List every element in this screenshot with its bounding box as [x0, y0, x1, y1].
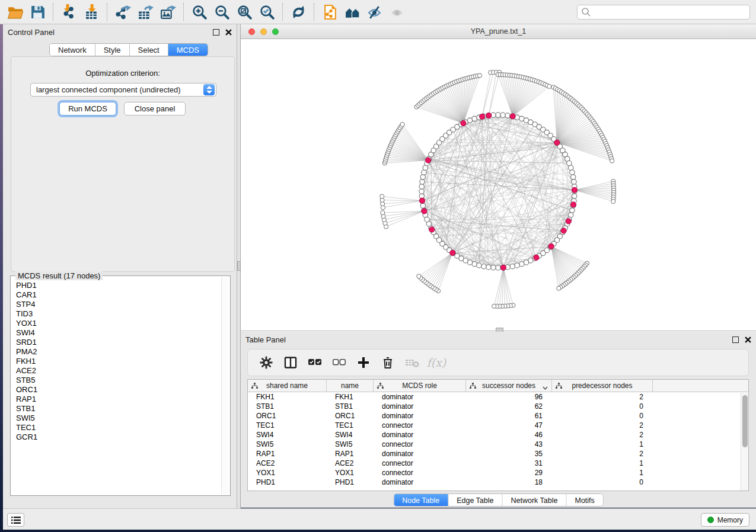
mcds-result-item[interactable]: PHD1	[16, 281, 221, 290]
save-session-icon[interactable]	[26, 2, 49, 22]
table-row[interactable]: STB1STB1dominator620	[248, 402, 748, 411]
graph-node[interactable]	[570, 170, 575, 175]
graph-node[interactable]	[500, 113, 505, 117]
cell[interactable]: ORC1	[248, 411, 327, 421]
search-input[interactable]	[577, 5, 750, 20]
graph-node[interactable]	[510, 114, 515, 119]
mcds-result-item[interactable]: SRD1	[16, 338, 221, 347]
cell[interactable]: connector	[374, 421, 466, 430]
table-row[interactable]: SWI5SWI5connector431	[248, 440, 748, 449]
mcds-result-item[interactable]: YOX1	[16, 319, 221, 328]
first-neighbors-icon[interactable]	[341, 2, 363, 22]
view-mode-button[interactable]	[7, 513, 24, 527]
graph-node[interactable]	[477, 263, 481, 268]
mcds-result-item[interactable]: TEC1	[16, 423, 221, 432]
graph-node[interactable]	[420, 180, 425, 184]
graph-node[interactable]	[486, 113, 492, 118]
zoom-selected-icon[interactable]	[256, 2, 278, 22]
column-header-predecessor-nodes[interactable]: predecessor nodes	[552, 380, 653, 392]
table-scrollbar-thumb[interactable]	[742, 395, 748, 447]
cell[interactable]: PHD1	[248, 477, 327, 487]
graph-node[interactable]	[572, 180, 576, 184]
cell[interactable]: 18	[466, 477, 552, 487]
cell[interactable]: 31	[466, 459, 552, 468]
column-header-MCDS-role[interactable]: MCDS role	[374, 380, 466, 392]
cell[interactable]: 35	[466, 449, 552, 459]
show-columns-icon[interactable]	[280, 352, 301, 373]
tab-style[interactable]: Style	[95, 44, 130, 56]
cell[interactable]: 61	[466, 411, 552, 421]
graph-node[interactable]	[611, 199, 615, 203]
graph-node[interactable]	[420, 175, 425, 180]
mcds-result-item[interactable]: ACE2	[16, 366, 221, 376]
mcds-result-item[interactable]: SWI4	[16, 328, 221, 338]
graph-node[interactable]	[557, 286, 561, 290]
cell[interactable]: dominator	[374, 430, 466, 440]
graph-node[interactable]	[380, 194, 384, 198]
export-table-icon[interactable]	[134, 2, 157, 22]
mcds-result-item[interactable]: FKH1	[16, 357, 221, 366]
mcds-list-scrollbar[interactable]	[221, 277, 229, 494]
graph-node[interactable]	[568, 165, 573, 170]
cell[interactable]: 2	[552, 421, 653, 430]
cell[interactable]: connector	[374, 440, 466, 449]
graph-node[interactable]	[419, 198, 425, 203]
cell[interactable]: SWI4	[327, 430, 374, 440]
graph-node[interactable]	[477, 73, 481, 78]
tab-select[interactable]: Select	[130, 44, 168, 56]
graph-node[interactable]	[422, 170, 426, 175]
mcds-result-item[interactable]: CAR1	[16, 290, 221, 300]
cell[interactable]: YOX1	[248, 468, 327, 477]
window-minimize-icon[interactable]	[260, 28, 267, 35]
cell[interactable]: dominator	[374, 402, 466, 411]
cell[interactable]: 0	[552, 402, 653, 411]
zoom-fit-icon[interactable]	[233, 2, 256, 22]
graph-node[interactable]	[572, 187, 577, 193]
graph-node[interactable]	[500, 265, 506, 270]
window-close-icon[interactable]	[248, 28, 255, 35]
cell[interactable]: 1	[552, 459, 653, 468]
graph-node[interactable]	[570, 202, 576, 207]
graph-node[interactable]	[381, 210, 385, 214]
graph-node[interactable]	[400, 122, 404, 126]
cell[interactable]: 1	[552, 440, 653, 449]
table-row[interactable]: FKH1FKH1dominator962	[248, 392, 748, 402]
cell[interactable]: STB1	[248, 402, 327, 411]
cell[interactable]: STB1	[327, 402, 374, 411]
graph-node[interactable]	[450, 250, 455, 255]
network-canvas[interactable]	[241, 39, 756, 331]
cell[interactable]: RAP1	[248, 449, 327, 459]
deselect-all-icon[interactable]	[329, 352, 349, 373]
cell[interactable]: ACE2	[248, 459, 327, 468]
cell[interactable]: dominator	[374, 477, 466, 487]
cell[interactable]: dominator	[374, 392, 466, 402]
close-table-panel-icon[interactable]	[745, 336, 751, 343]
mcds-result-item[interactable]: ORC1	[16, 385, 221, 395]
tab-network[interactable]: Network	[50, 44, 95, 56]
graph-node[interactable]	[496, 113, 500, 117]
window-maximize-icon[interactable]	[272, 28, 279, 35]
cell[interactable]: connector	[374, 459, 466, 468]
graph-node[interactable]	[548, 243, 554, 249]
graph-node[interactable]	[422, 209, 427, 214]
graph-node[interactable]	[510, 264, 515, 269]
graph-node[interactable]	[554, 140, 560, 145]
graph-node[interactable]	[547, 84, 551, 88]
table-row[interactable]: SWI4SWI4dominator462	[248, 430, 748, 440]
zoom-out-icon[interactable]	[210, 2, 233, 22]
criterion-select[interactable]: largest connected component (undirected)	[30, 83, 216, 97]
mcds-result-item[interactable]: STB1	[16, 404, 221, 414]
cell[interactable]: TEC1	[248, 421, 327, 430]
graph-node[interactable]	[472, 116, 477, 121]
graph-node[interactable]	[419, 184, 424, 189]
hide-details-icon[interactable]	[363, 2, 386, 22]
column-header-successor-nodes[interactable]: successor nodes	[466, 380, 552, 392]
tab-node-table[interactable]: Node Table	[394, 494, 448, 506]
cell[interactable]: 0	[552, 477, 653, 487]
tab-motifs[interactable]: Motifs	[566, 494, 602, 506]
run-mcds-button[interactable]: Run MCDS	[59, 102, 116, 116]
graph-node[interactable]	[610, 159, 614, 163]
export-network-icon[interactable]	[111, 2, 134, 22]
cell[interactable]: ACE2	[327, 459, 374, 468]
graph-node[interactable]	[505, 113, 510, 118]
